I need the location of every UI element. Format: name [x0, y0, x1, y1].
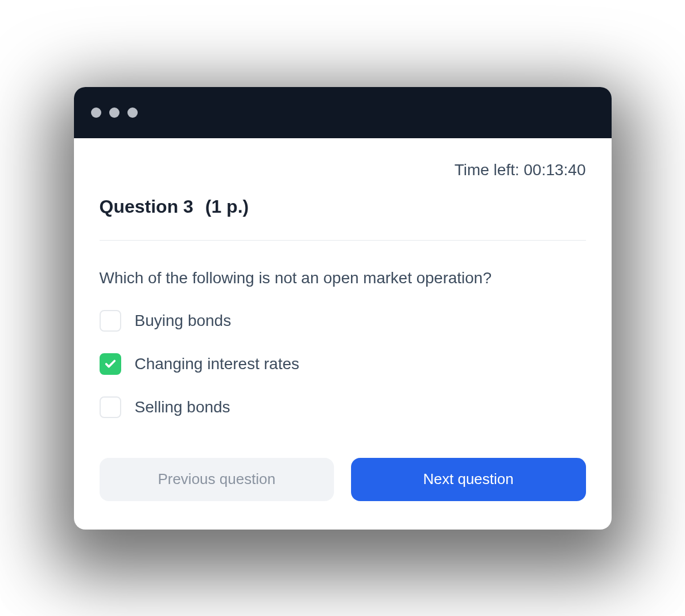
- next-question-button[interactable]: Next question: [351, 458, 586, 501]
- question-header: Question 3 (1 p.): [100, 196, 586, 217]
- window-titlebar: [74, 87, 612, 138]
- option-label: Changing interest rates: [135, 355, 300, 373]
- option-item[interactable]: Buying bonds: [100, 310, 586, 332]
- checkbox[interactable]: [100, 310, 121, 332]
- options-list: Buying bonds Changing interest rates Sel…: [100, 310, 586, 418]
- question-text: Which of the following is not an open ma…: [100, 269, 586, 287]
- checkbox[interactable]: [100, 353, 121, 375]
- nav-buttons: Previous question Next question: [100, 458, 586, 501]
- quiz-content: Time left: 00:13:40 Question 3 (1 p.) Wh…: [74, 138, 612, 530]
- time-left: Time left: 00:13:40: [100, 161, 586, 179]
- check-icon: [104, 358, 117, 370]
- window-control-dot[interactable]: [127, 108, 138, 118]
- window-control-dot[interactable]: [91, 108, 101, 118]
- checkbox[interactable]: [100, 396, 121, 418]
- time-left-label: Time left:: [455, 161, 519, 179]
- option-label: Buying bonds: [135, 312, 232, 330]
- option-item[interactable]: Selling bonds: [100, 396, 586, 418]
- option-label: Selling bonds: [135, 398, 230, 416]
- window-control-dot[interactable]: [109, 108, 119, 118]
- question-title: Question 3: [100, 196, 193, 217]
- previous-question-button[interactable]: Previous question: [100, 458, 335, 501]
- quiz-window: Time left: 00:13:40 Question 3 (1 p.) Wh…: [74, 87, 612, 530]
- option-item[interactable]: Changing interest rates: [100, 353, 586, 375]
- divider: [100, 240, 586, 241]
- question-points: (1 p.): [205, 196, 249, 217]
- time-left-value: 00:13:40: [524, 161, 586, 179]
